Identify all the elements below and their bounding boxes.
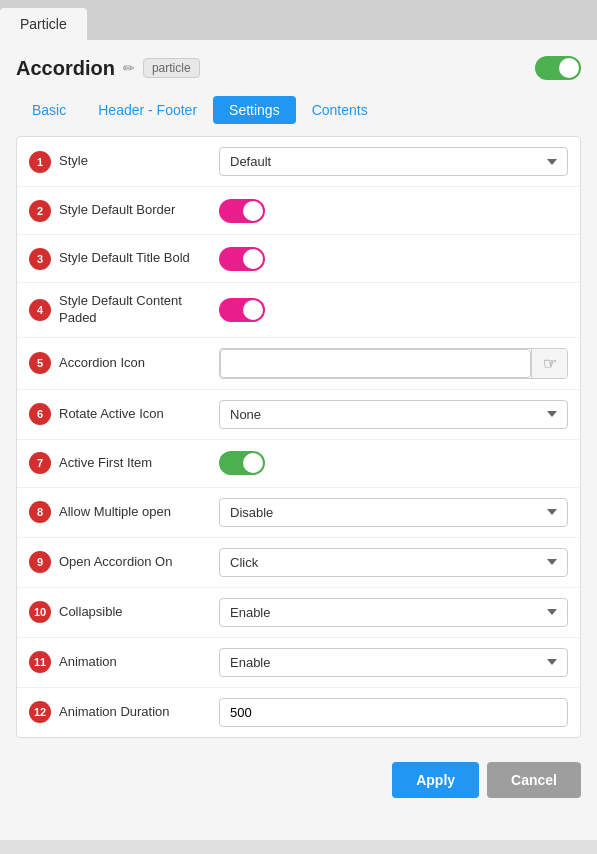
row-num-3: 3 <box>29 248 51 270</box>
row-collapsible: 10 Collapsible Enable Disable <box>17 588 580 638</box>
toggle-slider-2 <box>219 199 265 223</box>
row-num-8: 8 <box>29 501 51 523</box>
toggle-slider-4 <box>219 298 265 322</box>
icon-picker-btn[interactable]: ☞ <box>531 349 567 378</box>
tab-contents[interactable]: Contents <box>296 96 384 124</box>
apply-button[interactable]: Apply <box>392 762 479 798</box>
control-allow-multiple-open: Disable Enable <box>219 498 568 527</box>
control-accordion-icon: ☞ <box>219 348 568 379</box>
select-rotate-active-icon[interactable]: None <box>219 400 568 429</box>
cancel-button[interactable]: Cancel <box>487 762 581 798</box>
label-open-accordion-on: Open Accordion On <box>59 554 219 571</box>
label-allow-multiple-open: Allow Multiple open <box>59 504 219 521</box>
label-style-title-bold: Style Default Title Bold <box>59 250 219 267</box>
row-animation: 11 Animation Enable Disable <box>17 638 580 688</box>
control-style-title-bold <box>219 247 568 271</box>
panel-header: Accordion ✏ particle <box>16 56 581 80</box>
title-group: Accordion ✏ particle <box>16 57 200 80</box>
panel-footer: Apply Cancel <box>16 754 581 798</box>
tab-header-footer[interactable]: Header - Footer <box>82 96 213 124</box>
toggle-style-title-bold[interactable] <box>219 247 265 271</box>
animation-duration-input[interactable] <box>219 698 568 727</box>
label-rotate-active-icon: Rotate Active Icon <box>59 406 219 423</box>
row-num-2: 2 <box>29 200 51 222</box>
select-style[interactable]: Default <box>219 147 568 176</box>
control-style-border <box>219 199 568 223</box>
control-animation: Enable Disable <box>219 648 568 677</box>
control-style: Default <box>219 147 568 176</box>
sub-tabs: Basic Header - Footer Settings Contents <box>16 96 581 124</box>
row-num-7: 7 <box>29 452 51 474</box>
row-num-1: 1 <box>29 151 51 173</box>
particle-badge: particle <box>143 58 200 78</box>
control-style-content-paded <box>219 298 568 322</box>
row-style: 1 Style Default <box>17 137 580 187</box>
toggle-style-content-paded[interactable] <box>219 298 265 322</box>
select-open-accordion-on[interactable]: Click Hover <box>219 548 568 577</box>
panel-toggle-slider <box>535 56 581 80</box>
row-num-6: 6 <box>29 403 51 425</box>
row-num-5: 5 <box>29 352 51 374</box>
control-open-accordion-on: Click Hover <box>219 548 568 577</box>
select-allow-multiple-open[interactable]: Disable Enable <box>219 498 568 527</box>
row-num-10: 10 <box>29 601 51 623</box>
row-style-title-bold: 3 Style Default Title Bold <box>17 235 580 283</box>
tab-settings[interactable]: Settings <box>213 96 296 124</box>
label-animation-duration: Animation Duration <box>59 704 219 721</box>
row-active-first-item: 7 Active First Item <box>17 440 580 488</box>
main-panel: Accordion ✏ particle Basic Header - Foot… <box>0 40 597 840</box>
row-open-accordion-on: 9 Open Accordion On Click Hover <box>17 538 580 588</box>
select-collapsible[interactable]: Enable Disable <box>219 598 568 627</box>
particle-tab[interactable]: Particle <box>0 8 87 40</box>
label-collapsible: Collapsible <box>59 604 219 621</box>
toggle-active-first-item[interactable] <box>219 451 265 475</box>
row-style-border: 2 Style Default Border <box>17 187 580 235</box>
select-animation[interactable]: Enable Disable <box>219 648 568 677</box>
edit-icon[interactable]: ✏ <box>123 60 135 76</box>
row-num-4: 4 <box>29 299 51 321</box>
control-animation-duration <box>219 698 568 727</box>
tab-basic[interactable]: Basic <box>16 96 82 124</box>
row-accordion-icon: 5 Accordion Icon ☞ <box>17 338 580 390</box>
row-rotate-active-icon: 6 Rotate Active Icon None <box>17 390 580 440</box>
toggle-style-border[interactable] <box>219 199 265 223</box>
hand-icon: ☞ <box>543 354 557 373</box>
label-active-first-item: Active First Item <box>59 455 219 472</box>
label-style-border: Style Default Border <box>59 202 219 219</box>
row-allow-multiple-open: 8 Allow Multiple open Disable Enable <box>17 488 580 538</box>
control-collapsible: Enable Disable <box>219 598 568 627</box>
row-animation-duration: 12 Animation Duration <box>17 688 580 737</box>
toggle-slider-3 <box>219 247 265 271</box>
label-style-content-paded: Style Default Content Paded <box>59 293 219 327</box>
panel-toggle[interactable] <box>535 56 581 80</box>
row-num-9: 9 <box>29 551 51 573</box>
icon-input-group: ☞ <box>219 348 568 379</box>
accordion-icon-input[interactable] <box>220 349 531 378</box>
settings-container: 1 Style Default 2 Style Default Border 3… <box>16 136 581 738</box>
label-style: Style <box>59 153 219 170</box>
tab-bar: Particle <box>0 0 597 40</box>
panel-title: Accordion <box>16 57 115 80</box>
row-num-12: 12 <box>29 701 51 723</box>
row-num-11: 11 <box>29 651 51 673</box>
control-rotate-active-icon: None <box>219 400 568 429</box>
label-animation: Animation <box>59 654 219 671</box>
label-accordion-icon: Accordion Icon <box>59 355 219 372</box>
row-style-content-paded: 4 Style Default Content Paded <box>17 283 580 338</box>
toggle-slider-7 <box>219 451 265 475</box>
control-active-first-item <box>219 451 568 475</box>
